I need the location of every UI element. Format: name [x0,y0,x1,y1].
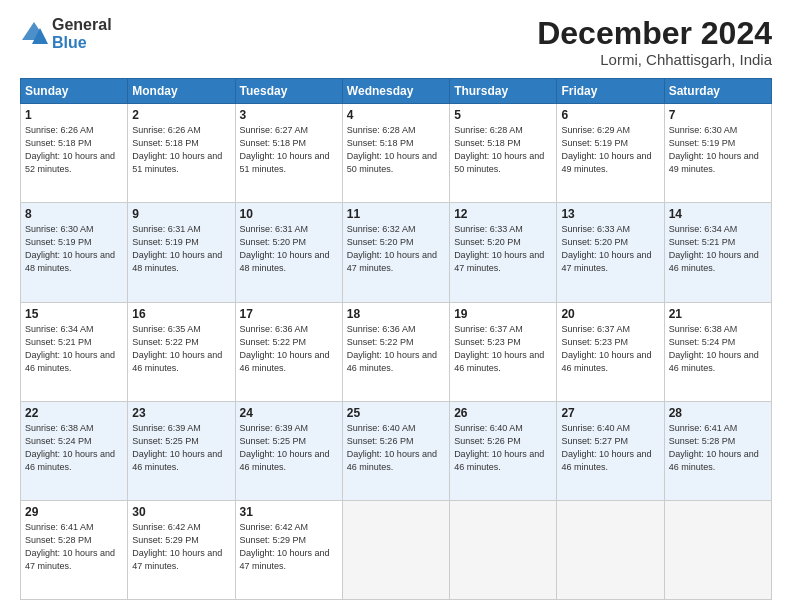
day-info: Sunrise: 6:41 AMSunset: 5:28 PMDaylight:… [669,422,767,474]
header: General Blue December 2024 Lormi, Chhatt… [20,16,772,68]
day-number: 2 [132,108,230,122]
day-number: 1 [25,108,123,122]
day-info: Sunrise: 6:26 AMSunset: 5:18 PMDaylight:… [25,124,123,176]
day-number: 21 [669,307,767,321]
day-number: 10 [240,207,338,221]
day-info: Sunrise: 6:33 AMSunset: 5:20 PMDaylight:… [454,223,552,275]
day-number: 17 [240,307,338,321]
day-number: 5 [454,108,552,122]
day-info: Sunrise: 6:35 AMSunset: 5:22 PMDaylight:… [132,323,230,375]
col-sunday: Sunday [21,79,128,104]
day-number: 15 [25,307,123,321]
day-cell: 26Sunrise: 6:40 AMSunset: 5:26 PMDayligh… [450,401,557,500]
calendar-header-row: Sunday Monday Tuesday Wednesday Thursday… [21,79,772,104]
day-cell: 25Sunrise: 6:40 AMSunset: 5:26 PMDayligh… [342,401,449,500]
day-info: Sunrise: 6:42 AMSunset: 5:29 PMDaylight:… [132,521,230,573]
day-number: 22 [25,406,123,420]
day-cell: 19Sunrise: 6:37 AMSunset: 5:23 PMDayligh… [450,302,557,401]
day-number: 30 [132,505,230,519]
day-cell: 20Sunrise: 6:37 AMSunset: 5:23 PMDayligh… [557,302,664,401]
day-cell: 8Sunrise: 6:30 AMSunset: 5:19 PMDaylight… [21,203,128,302]
location-label: Lormi, Chhattisgarh, India [537,51,772,68]
day-number: 31 [240,505,338,519]
day-cell: 31Sunrise: 6:42 AMSunset: 5:29 PMDayligh… [235,500,342,599]
empty-cell [664,500,771,599]
col-tuesday: Tuesday [235,79,342,104]
day-info: Sunrise: 6:36 AMSunset: 5:22 PMDaylight:… [240,323,338,375]
col-saturday: Saturday [664,79,771,104]
day-number: 23 [132,406,230,420]
empty-cell [342,500,449,599]
day-cell: 18Sunrise: 6:36 AMSunset: 5:22 PMDayligh… [342,302,449,401]
day-cell: 12Sunrise: 6:33 AMSunset: 5:20 PMDayligh… [450,203,557,302]
day-cell: 30Sunrise: 6:42 AMSunset: 5:29 PMDayligh… [128,500,235,599]
logo-text: General Blue [52,16,112,51]
day-cell: 24Sunrise: 6:39 AMSunset: 5:25 PMDayligh… [235,401,342,500]
day-number: 14 [669,207,767,221]
day-cell: 17Sunrise: 6:36 AMSunset: 5:22 PMDayligh… [235,302,342,401]
day-info: Sunrise: 6:30 AMSunset: 5:19 PMDaylight:… [669,124,767,176]
logo-general-label: General [52,16,112,34]
day-info: Sunrise: 6:26 AMSunset: 5:18 PMDaylight:… [132,124,230,176]
day-info: Sunrise: 6:42 AMSunset: 5:29 PMDaylight:… [240,521,338,573]
day-cell: 29Sunrise: 6:41 AMSunset: 5:28 PMDayligh… [21,500,128,599]
day-info: Sunrise: 6:40 AMSunset: 5:26 PMDaylight:… [454,422,552,474]
logo-icon [20,20,48,48]
day-info: Sunrise: 6:39 AMSunset: 5:25 PMDaylight:… [132,422,230,474]
day-info: Sunrise: 6:39 AMSunset: 5:25 PMDaylight:… [240,422,338,474]
day-number: 26 [454,406,552,420]
calendar-row: 29Sunrise: 6:41 AMSunset: 5:28 PMDayligh… [21,500,772,599]
empty-cell [450,500,557,599]
day-cell: 9Sunrise: 6:31 AMSunset: 5:19 PMDaylight… [128,203,235,302]
day-info: Sunrise: 6:32 AMSunset: 5:20 PMDaylight:… [347,223,445,275]
logo-blue-label: Blue [52,34,112,52]
day-info: Sunrise: 6:38 AMSunset: 5:24 PMDaylight:… [669,323,767,375]
day-number: 25 [347,406,445,420]
day-cell: 28Sunrise: 6:41 AMSunset: 5:28 PMDayligh… [664,401,771,500]
day-cell: 10Sunrise: 6:31 AMSunset: 5:20 PMDayligh… [235,203,342,302]
col-thursday: Thursday [450,79,557,104]
calendar-row: 8Sunrise: 6:30 AMSunset: 5:19 PMDaylight… [21,203,772,302]
day-cell: 7Sunrise: 6:30 AMSunset: 5:19 PMDaylight… [664,104,771,203]
calendar-row: 15Sunrise: 6:34 AMSunset: 5:21 PMDayligh… [21,302,772,401]
col-friday: Friday [557,79,664,104]
day-number: 24 [240,406,338,420]
day-number: 12 [454,207,552,221]
calendar-table: Sunday Monday Tuesday Wednesday Thursday… [20,78,772,600]
day-cell: 2Sunrise: 6:26 AMSunset: 5:18 PMDaylight… [128,104,235,203]
day-info: Sunrise: 6:31 AMSunset: 5:20 PMDaylight:… [240,223,338,275]
day-info: Sunrise: 6:28 AMSunset: 5:18 PMDaylight:… [454,124,552,176]
day-cell: 22Sunrise: 6:38 AMSunset: 5:24 PMDayligh… [21,401,128,500]
day-info: Sunrise: 6:36 AMSunset: 5:22 PMDaylight:… [347,323,445,375]
day-info: Sunrise: 6:41 AMSunset: 5:28 PMDaylight:… [25,521,123,573]
day-cell: 23Sunrise: 6:39 AMSunset: 5:25 PMDayligh… [128,401,235,500]
day-cell: 6Sunrise: 6:29 AMSunset: 5:19 PMDaylight… [557,104,664,203]
empty-cell [557,500,664,599]
day-cell: 16Sunrise: 6:35 AMSunset: 5:22 PMDayligh… [128,302,235,401]
logo: General Blue [20,16,112,51]
calendar-row: 22Sunrise: 6:38 AMSunset: 5:24 PMDayligh… [21,401,772,500]
day-info: Sunrise: 6:29 AMSunset: 5:19 PMDaylight:… [561,124,659,176]
day-info: Sunrise: 6:37 AMSunset: 5:23 PMDaylight:… [454,323,552,375]
day-number: 7 [669,108,767,122]
col-wednesday: Wednesday [342,79,449,104]
day-info: Sunrise: 6:40 AMSunset: 5:27 PMDaylight:… [561,422,659,474]
day-info: Sunrise: 6:28 AMSunset: 5:18 PMDaylight:… [347,124,445,176]
day-info: Sunrise: 6:31 AMSunset: 5:19 PMDaylight:… [132,223,230,275]
day-number: 19 [454,307,552,321]
day-cell: 1Sunrise: 6:26 AMSunset: 5:18 PMDaylight… [21,104,128,203]
day-cell: 21Sunrise: 6:38 AMSunset: 5:24 PMDayligh… [664,302,771,401]
day-info: Sunrise: 6:30 AMSunset: 5:19 PMDaylight:… [25,223,123,275]
day-number: 16 [132,307,230,321]
day-cell: 11Sunrise: 6:32 AMSunset: 5:20 PMDayligh… [342,203,449,302]
calendar-row: 1Sunrise: 6:26 AMSunset: 5:18 PMDaylight… [21,104,772,203]
day-info: Sunrise: 6:34 AMSunset: 5:21 PMDaylight:… [25,323,123,375]
day-cell: 13Sunrise: 6:33 AMSunset: 5:20 PMDayligh… [557,203,664,302]
day-number: 28 [669,406,767,420]
day-cell: 27Sunrise: 6:40 AMSunset: 5:27 PMDayligh… [557,401,664,500]
col-monday: Monday [128,79,235,104]
day-number: 8 [25,207,123,221]
day-info: Sunrise: 6:33 AMSunset: 5:20 PMDaylight:… [561,223,659,275]
day-cell: 15Sunrise: 6:34 AMSunset: 5:21 PMDayligh… [21,302,128,401]
day-number: 29 [25,505,123,519]
